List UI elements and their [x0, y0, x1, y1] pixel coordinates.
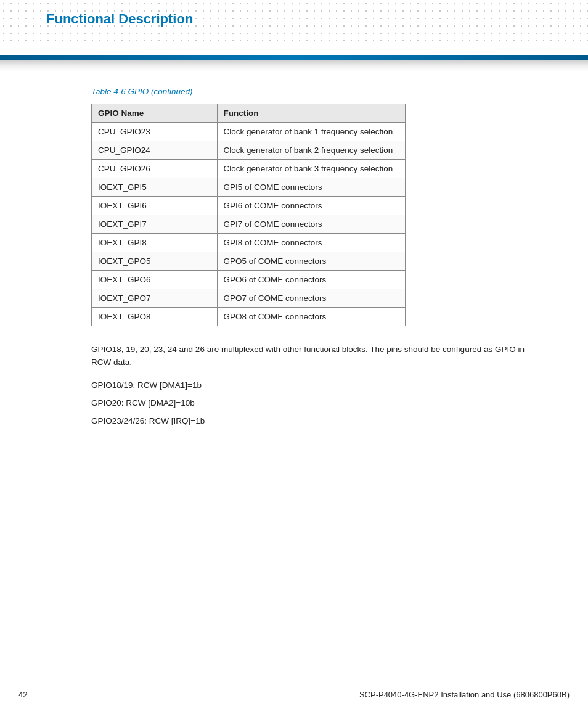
table-row: CPU_GPIO23Clock generator of bank 1 freq… — [92, 123, 406, 141]
rcw-line-3: GPIO23/24/26: RCW [IRQ]=1b — [91, 416, 542, 425]
table-row: IOEXT_GPO5GPO5 of COME connectors — [92, 252, 406, 271]
table-row: IOEXT_GPI5GPI5 of COME connectors — [92, 178, 406, 197]
table-row: CPU_GPIO26Clock generator of bank 3 freq… — [92, 160, 406, 178]
gpio-name-cell: IOEXT_GPI6 — [92, 197, 218, 215]
table-row: IOEXT_GPI8GPI8 of COME connectors — [92, 234, 406, 252]
page-title: Functional Description — [46, 11, 193, 27]
table-row: IOEXT_GPI6GPI6 of COME connectors — [92, 197, 406, 215]
col-header-name: GPIO Name — [92, 104, 218, 123]
gpio-name-cell: IOEXT_GPO8 — [92, 308, 218, 326]
gpio-name-cell: CPU_GPIO23 — [92, 123, 218, 141]
gpio-name-cell: IOEXT_GPO6 — [92, 271, 218, 289]
gpio-name-cell: IOEXT_GPI5 — [92, 178, 218, 197]
blue-bar — [0, 55, 588, 60]
gpio-function-cell: GPO6 of COME connectors — [217, 271, 405, 289]
gpio-name-cell: IOEXT_GPO5 — [92, 252, 218, 271]
col-header-function: Function — [217, 104, 405, 123]
table-row: IOEXT_GPI7GPI7 of COME connectors — [92, 215, 406, 234]
gray-bar — [0, 60, 588, 72]
gpio-function-cell: GPO7 of COME connectors — [217, 289, 405, 308]
table-row: IOEXT_GPO6GPO6 of COME connectors — [92, 271, 406, 289]
gpio-function-cell: GPI8 of COME connectors — [217, 234, 405, 252]
table-row: IOEXT_GPO7GPO7 of COME connectors — [92, 289, 406, 308]
table-row: CPU_GPIO24Clock generator of bank 2 freq… — [92, 141, 406, 160]
gpio-function-cell: GPI7 of COME connectors — [217, 215, 405, 234]
gpio-name-cell: CPU_GPIO26 — [92, 160, 218, 178]
table-row: IOEXT_GPO8GPO8 of COME connectors — [92, 308, 406, 326]
rcw-line-1: GPIO18/19: RCW [DMA1]=1b — [91, 380, 542, 390]
gpio-name-cell: CPU_GPIO24 — [92, 141, 218, 160]
gpio-function-cell: GPI5 of COME connectors — [217, 178, 405, 197]
gpio-function-cell: Clock generator of bank 1 frequency sele… — [217, 123, 405, 141]
gpio-table: GPIO Name Function CPU_GPIO23Clock gener… — [91, 104, 406, 326]
gpio-function-cell: Clock generator of bank 3 frequency sele… — [217, 160, 405, 178]
gpio-function-cell: GPO5 of COME connectors — [217, 252, 405, 271]
footer-page-number: 42 — [18, 690, 27, 699]
gpio-name-cell: IOEXT_GPO7 — [92, 289, 218, 308]
gpio-function-cell: Clock generator of bank 2 frequency sele… — [217, 141, 405, 160]
footer-doc-title: SCP-P4040-4G-ENP2 Installation and Use (… — [359, 690, 570, 699]
gpio-name-cell: IOEXT_GPI8 — [92, 234, 218, 252]
rcw-line-2: GPIO20: RCW [DMA2]=10b — [91, 398, 542, 408]
gpio-name-cell: IOEXT_GPI7 — [92, 215, 218, 234]
gpio-function-cell: GPI6 of COME connectors — [217, 197, 405, 215]
header-area: Functional Description — [0, 0, 588, 55]
table-caption: Table 4-6 GPIO (continued) — [91, 87, 542, 96]
footer: 42 SCP-P4040-4G-ENP2 Installation and Us… — [0, 683, 588, 706]
description-para1: GPIO18, 19, 20, 23, 24 and 26 are multip… — [91, 343, 542, 369]
gpio-function-cell: GPO8 of COME connectors — [217, 308, 405, 326]
main-content: Table 4-6 GPIO (continued) GPIO Name Fun… — [0, 72, 588, 471]
